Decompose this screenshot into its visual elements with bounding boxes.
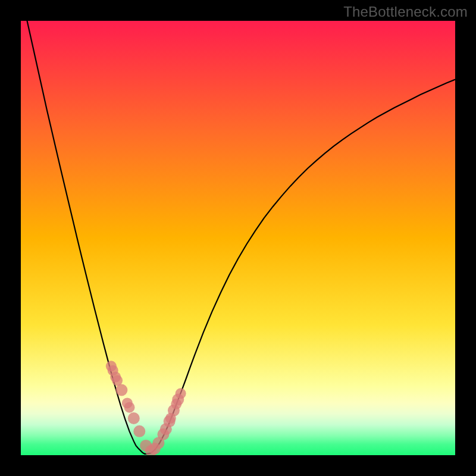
plot-area xyxy=(21,21,455,455)
highlight-dot xyxy=(176,388,186,399)
chart-frame: TheBottleneck.com xyxy=(0,0,476,476)
highlight-dot xyxy=(124,402,135,413)
watermark-text: TheBottleneck.com xyxy=(343,4,468,20)
chart-svg xyxy=(21,21,455,455)
gradient-background xyxy=(21,21,455,455)
highlight-dot xyxy=(115,384,127,396)
highlight-dot xyxy=(133,425,145,437)
highlight-dot xyxy=(128,412,140,424)
